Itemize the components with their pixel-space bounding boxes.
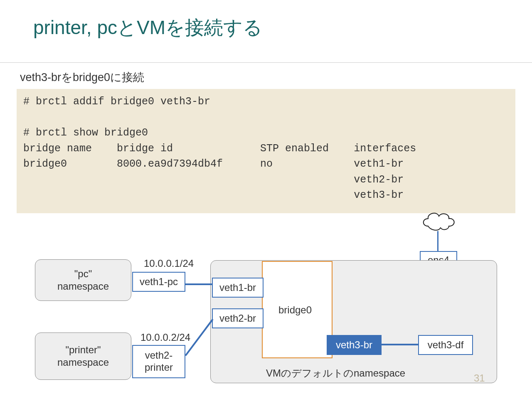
port-veth2-br: veth2-br (212, 308, 264, 328)
cloud-icon (420, 209, 457, 232)
link-cloud-ens4 (437, 231, 438, 252)
network-diagram: ens4 VMのデフォルトのnamespace bridge0 veth1-br… (0, 216, 532, 391)
link-veth2 (185, 318, 214, 356)
port-label: veth1-pc (140, 276, 178, 288)
port-veth3-df: veth3-df (418, 335, 473, 355)
ip-printer: 10.0.0.2/24 (140, 332, 190, 343)
code-block: # brctl addif bridge0 veth3-br # brctl s… (17, 89, 515, 213)
port-label: veth2- printer (145, 350, 173, 374)
slide-title: printer, pcとVMを接続する (33, 15, 262, 41)
divider (0, 62, 532, 63)
page-number: 31 (474, 372, 485, 384)
port-label: veth2-br (219, 313, 256, 324)
ip-pc: 10.0.0.1/24 (144, 258, 194, 269)
printer-namespace-box: "printer" namespace (35, 332, 131, 380)
port-veth3-br: veth3-br (327, 335, 382, 355)
bridge0-label: bridge0 (278, 304, 312, 316)
vm-caption: VMのデフォルトのnamespace (266, 367, 405, 380)
port-veth2-printer: veth2- printer (132, 345, 185, 378)
port-veth1-br: veth1-br (212, 278, 264, 298)
link-veth3 (382, 344, 418, 345)
svg-line-0 (185, 319, 213, 356)
pc-namespace-box: "pc" namespace (35, 259, 131, 301)
port-label: veth1-br (219, 282, 256, 293)
port-veth1-pc: veth1-pc (132, 272, 185, 292)
sub-heading: veth3-brをbridge0に接続 (20, 70, 144, 85)
port-label: veth3-br (336, 339, 372, 351)
link-veth1 (185, 283, 212, 285)
port-label: veth3-df (428, 339, 464, 351)
